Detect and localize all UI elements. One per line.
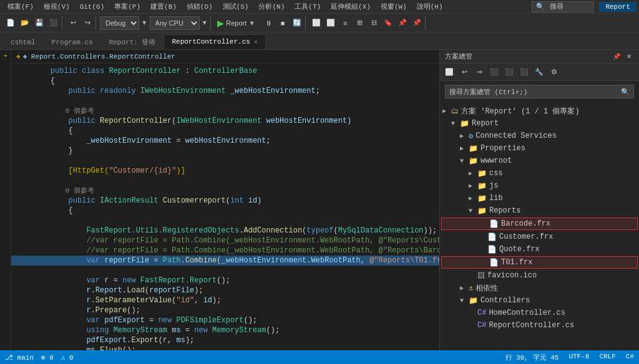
toolbar-save-all[interactable]: ⬛ — [47, 16, 61, 30]
toolbar-open[interactable]: 📂 — [18, 16, 32, 30]
sol-toolbar-btn2[interactable]: ↩ — [457, 65, 471, 79]
tab-report-controller[interactable]: ReportController.cs ✕ — [163, 34, 265, 49]
js-arrow: ▶ — [469, 182, 477, 189]
tree-item-t01-frx[interactable]: 📄 T01.frx — [441, 256, 638, 269]
toolbar-undo[interactable]: ↩ — [66, 16, 80, 30]
properties-icon: 📁 — [469, 144, 478, 153]
sol-toolbar-btn8[interactable]: ⚙ — [547, 65, 561, 79]
code-line — [11, 156, 439, 166]
tree-item-home-controller[interactable]: C# HomeController.cs — [440, 307, 639, 319]
debug-mode-select[interactable]: Debug — [100, 16, 139, 30]
code-line: { — [11, 76, 439, 86]
cpu-mode-select[interactable]: Any CPU — [150, 16, 200, 30]
code-line — [11, 216, 439, 226]
run-button[interactable]: ▶ Report ▼ — [213, 16, 259, 30]
tab-program-cs[interactable]: Program.cs — [44, 34, 101, 49]
code-line — [11, 266, 439, 275]
status-warnings[interactable]: ⚠ 0 — [61, 353, 74, 362]
connected-services-label: Connected Services — [476, 132, 557, 140]
toolbar-save[interactable]: 💾 — [32, 16, 46, 30]
menu-git[interactable]: Git(G) — [75, 2, 110, 12]
tab-cshtml[interactable]: cshtml — [2, 34, 44, 49]
sol-toolbar-btn5[interactable]: ⬛ — [502, 65, 516, 79]
code-line-meta: 0 個參考 — [11, 106, 439, 116]
toolbar-redo[interactable]: ↪ — [80, 16, 94, 30]
tree-item-js[interactable]: ▶ 📁 js — [440, 180, 639, 192]
solution-search-box[interactable]: 搜尋方案總管 (Ctrl+;) 🔍 — [445, 85, 634, 98]
wwwroot-label: wwwroot — [480, 156, 512, 165]
sol-toolbar-btn3[interactable]: ⇒ — [472, 65, 486, 79]
toolbar-btn1[interactable]: ⬜ — [310, 16, 323, 30]
menu-analyze[interactable]: 分析(N) — [253, 1, 290, 12]
tree-item-properties[interactable]: ▶ 📁 Properties — [440, 142, 639, 155]
menu-report-active[interactable]: Report — [599, 2, 637, 12]
tree-item-customer-frx[interactable]: 📄 Customer.frx — [440, 231, 639, 243]
tree-solution-root[interactable]: ▶ 🗂 方案 'Report' (1 / 1 個專案) — [440, 105, 639, 117]
toolbar-btn7[interactable]: 📌 — [396, 16, 409, 30]
sol-toolbar-btn6[interactable]: ⬛ — [517, 65, 531, 79]
toolbar-btn6[interactable]: 🔖 — [381, 16, 395, 30]
tree-item-report-controller[interactable]: C# ReportController.cs — [440, 319, 639, 332]
code-line-active: var reportFile = Path.Combine(_webHostEn… — [11, 256, 439, 266]
tree-item-lib[interactable]: ▶ 📁 lib — [440, 192, 639, 204]
sol-toolbar-btn1[interactable]: ⬜ — [442, 65, 456, 79]
tree-item-dependencies[interactable]: ▶ ⚓ 相依性 — [440, 282, 639, 294]
menu-search-box[interactable]: 🔍 搜尋 — [532, 1, 594, 12]
sol-toolbar-btn7[interactable]: 🔧 — [532, 65, 546, 79]
solution-tree: ▶ 🗂 方案 'Report' (1 / 1 個專案) ▼ 📁 Report ▶… — [440, 102, 639, 350]
tree-item-favicon[interactable]: 🖼 favicon.ico — [440, 269, 639, 282]
menu-file[interactable]: 檔案(F) — [2, 1, 39, 12]
toolbar-btn2[interactable]: ⬜ — [324, 16, 338, 30]
tab-report-publish[interactable]: Report: 發佈 — [101, 34, 164, 49]
controllers-arrow: ▼ — [460, 297, 469, 304]
tree-item-controllers[interactable]: ▼ 📁 Controllers — [440, 294, 639, 307]
menu-project[interactable]: 專案(P) — [109, 1, 145, 12]
tree-item-report-project[interactable]: ▼ 📁 Report — [440, 117, 639, 130]
tree-item-connected-services[interactable]: ▶ ⚙ Connected Services — [440, 130, 639, 142]
status-branch[interactable]: ⎇ main — [5, 353, 34, 362]
toolbar-btn3[interactable]: ≡ — [338, 16, 352, 30]
panel-pin-button[interactable]: 📌 — [612, 52, 622, 62]
code-editor[interactable]: ❖ ❖ Report.Controllers.ReportController … — [11, 50, 439, 350]
toolbar-btn4[interactable]: ⊞ — [353, 16, 366, 30]
toolbar-stop[interactable]: ■ — [276, 16, 290, 30]
code-line: public readonly IWebHostEnvironment _web… — [11, 86, 439, 96]
toolbar-new-file[interactable]: 📄 — [4, 16, 17, 30]
menu-help[interactable]: 說明(H) — [412, 1, 448, 12]
dependencies-arrow: ▶ — [460, 284, 469, 292]
reports-folder-label: Reports — [489, 206, 520, 215]
menu-debug[interactable]: 偵錯(D) — [182, 1, 218, 12]
menu-window[interactable]: 視窗(W) — [376, 1, 412, 12]
barcode-frx-label: Barcode.frx — [501, 219, 550, 228]
connected-services-icon: ⚙ — [469, 132, 473, 141]
toolbar-restart[interactable]: 🔄 — [290, 16, 304, 30]
panel-title-buttons: 📌 ✕ — [612, 52, 634, 62]
tree-item-reports-folder[interactable]: ▼ 📁 Reports — [440, 204, 639, 217]
menu-view[interactable]: 檢視(V) — [39, 1, 75, 12]
css-arrow: ▶ — [469, 170, 477, 177]
tab-close-icon[interactable]: ✕ — [254, 38, 258, 46]
tab-report-publish-label: Report: 發佈 — [109, 37, 156, 47]
tree-item-barcode-frx[interactable]: 📄 Barcode.frx — [441, 218, 638, 230]
toolbar-pause[interactable]: ⏸ — [261, 16, 275, 30]
dependencies-label: 相依性 — [476, 283, 498, 294]
sol-toolbar-btn4[interactable]: ⬛ — [487, 65, 501, 79]
toolbar-btn8[interactable]: 📌 — [410, 16, 424, 30]
favicon-label: favicon.ico — [487, 271, 537, 280]
menu-tools[interactable]: 工具(T) — [290, 1, 326, 12]
favicon-icon: 🖼 — [477, 271, 485, 280]
solution-label: 方案 'Report' (1 / 1 個專案) — [461, 106, 580, 117]
status-errors[interactable]: ⊗ 0 — [41, 353, 54, 362]
menu-test[interactable]: 測試(S) — [218, 1, 254, 12]
toolbar-btn5[interactable]: ⊟ — [367, 16, 381, 30]
properties-label: Properties — [480, 144, 525, 153]
code-content[interactable]: public class ReportController : Controll… — [11, 64, 439, 350]
panel-close-button[interactable]: ✕ — [624, 52, 634, 62]
menu-build[interactable]: 建置(B) — [145, 1, 182, 12]
solution-explorer-panel: 方案總管 📌 ✕ ⬜ ↩ ⇒ ⬛ ⬛ ⬛ 🔧 ⚙ 搜尋方案總管 (Ctrl+;)… — [439, 50, 639, 350]
tree-item-quote-frx[interactable]: 📄 Quote.frx — [440, 243, 639, 256]
tree-item-css[interactable]: ▶ 📁 css — [440, 167, 639, 180]
tree-item-wwwroot[interactable]: ▼ 📁 wwwroot — [440, 155, 639, 167]
search-icon: 🔍 — [621, 88, 630, 96]
menu-extensions[interactable]: 延伸模組(X) — [326, 1, 376, 12]
